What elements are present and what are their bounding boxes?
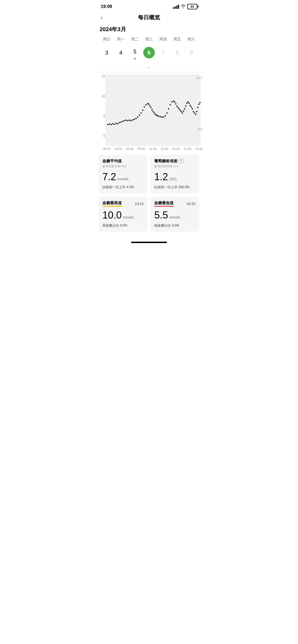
status-time: 19:09 — [101, 4, 112, 9]
minmax-unit-min: mmol/L — [169, 215, 181, 219]
svg-point-35 — [154, 112, 155, 114]
r-label-low: 3.9 — [198, 127, 202, 131]
date-6[interactable]: 6 — [142, 45, 156, 61]
svg-point-71 — [198, 104, 200, 105]
svg-point-59 — [185, 106, 187, 107]
svg-point-43 — [165, 115, 166, 117]
date-4[interactable]: 4 — [114, 45, 128, 61]
weekday-row: 周日 周一 周二 周三 周四 周五 周六 — [100, 37, 198, 42]
stat-compare-avg: 比较前一日上升 4.3% — [102, 185, 144, 190]
minmax-header-max: 血糖最高值 13:12 — [102, 201, 144, 207]
chart-area: 15 10 5 0 11.1 3.9 — [95, 72, 203, 152]
page-title: 每日概览 — [138, 14, 160, 21]
wifi-icon — [181, 4, 186, 9]
stat-value-row-sd: 1.2 (SD) — [154, 171, 196, 183]
nav-header: ‹ 每日概览 — [95, 11, 203, 26]
x-label-1800: 18:00 — [172, 147, 180, 150]
svg-point-68 — [195, 114, 196, 115]
svg-point-50 — [175, 103, 177, 105]
svg-point-45 — [168, 108, 169, 110]
date-5[interactable]: 5 — [128, 45, 142, 61]
svg-point-65 — [192, 108, 193, 110]
x-label-0600: 06:00 — [126, 147, 134, 150]
minmax-title-min: 血糖最低值 — [154, 201, 174, 207]
stat-unit-avg: mmol/L — [117, 177, 129, 181]
date-9[interactable]: 9 — [184, 45, 198, 61]
svg-point-48 — [173, 101, 174, 102]
svg-point-20 — [132, 119, 134, 121]
svg-point-22 — [135, 118, 137, 119]
svg-point-23 — [137, 117, 139, 118]
minmax-compare-max: 高血糖占比 0.0% — [102, 223, 144, 228]
svg-point-58 — [184, 108, 185, 110]
battery-icon: 83 — [187, 4, 197, 9]
svg-point-5 — [107, 124, 109, 125]
date-7[interactable]: 7 — [156, 45, 170, 61]
svg-point-19 — [131, 120, 132, 122]
svg-point-31 — [149, 105, 151, 107]
minmax-value-row-min: 5.5 mmol/L — [154, 209, 196, 221]
weekday-tue: 周二 — [128, 37, 142, 42]
svg-point-72 — [199, 102, 201, 103]
stat-title-avg: 血糖平均值 — [102, 159, 144, 164]
x-label-0000: 00:00 — [103, 147, 111, 150]
svg-point-69 — [196, 111, 198, 112]
status-icons: 83 — [173, 4, 197, 9]
svg-point-63 — [190, 105, 191, 106]
minmax-grid: 血糖最高值 13:12 10.0 mmol/L 高血糖占比 0.0% 血糖最低值… — [95, 197, 203, 236]
stats-grid: 血糖平均值 参考控制目标<6.6 7.2 mmol/L 比较前一日上升 4.3%… — [95, 152, 203, 197]
svg-point-32 — [150, 107, 152, 108]
svg-point-11 — [117, 123, 119, 125]
svg-point-21 — [134, 119, 135, 120]
svg-point-64 — [191, 106, 192, 108]
date-3[interactable]: 3 — [100, 45, 114, 61]
svg-point-34 — [153, 111, 154, 112]
weekday-sat: 周六 — [184, 37, 198, 42]
minmax-value-row-max: 10.0 mmol/L — [102, 209, 144, 221]
svg-point-55 — [181, 111, 182, 112]
minmax-time-min: 02:51 — [187, 202, 196, 206]
svg-point-9 — [114, 124, 115, 125]
svg-point-70 — [197, 107, 199, 108]
x-label-0900: 09:00 — [137, 147, 145, 150]
stat-subtitle-avg: 参考控制目标<6.6 — [102, 164, 144, 168]
glucose-chart — [105, 74, 201, 146]
svg-point-18 — [129, 120, 130, 121]
svg-point-17 — [127, 120, 129, 122]
x-axis-labels: 00:00 03:00 06:00 09:00 12:00 15:00 18:0… — [103, 146, 203, 152]
stat-unit-sd: (SD) — [169, 177, 177, 181]
minmax-value-max: 10.0 — [102, 209, 122, 221]
date-8[interactable]: 8 — [170, 45, 184, 61]
svg-point-44 — [166, 112, 168, 114]
weekday-thu: 周四 — [156, 37, 170, 42]
svg-point-56 — [182, 112, 183, 114]
svg-point-41 — [161, 117, 163, 118]
svg-point-24 — [139, 115, 140, 116]
svg-point-39 — [158, 116, 159, 117]
svg-point-6 — [109, 123, 110, 125]
stat-value-row-avg: 7.2 mmol/L — [102, 171, 144, 183]
r-label-high: 11.1 — [196, 76, 202, 79]
weekday-sun: 周日 — [100, 37, 114, 42]
help-icon-sd[interactable]: ? — [179, 159, 183, 164]
stat-title-sd: 葡萄糖标准差 ? — [154, 159, 196, 164]
svg-point-61 — [187, 101, 189, 103]
svg-point-42 — [163, 117, 164, 118]
minmax-card-min: 血糖最低值 02:51 5.5 mmol/L 低血糖占比 0.0% — [150, 197, 199, 232]
x-label-2400: 24:00 — [195, 147, 203, 150]
back-button[interactable]: ‹ — [101, 14, 103, 21]
svg-point-13 — [121, 122, 122, 123]
y-label-0: 0 — [97, 134, 105, 138]
svg-point-7 — [111, 124, 112, 125]
svg-point-15 — [124, 120, 125, 122]
signal-icon — [173, 5, 179, 9]
calendar-expand-button[interactable]: ⌵ — [100, 63, 198, 72]
svg-point-28 — [145, 104, 147, 106]
svg-point-66 — [193, 111, 194, 112]
svg-point-27 — [144, 106, 145, 108]
stat-value-sd: 1.2 — [154, 171, 168, 183]
svg-point-40 — [160, 116, 161, 117]
svg-point-47 — [171, 101, 173, 103]
stat-compare-sd: 比较前一日上升 200.0% — [154, 185, 196, 190]
svg-point-62 — [188, 103, 190, 104]
